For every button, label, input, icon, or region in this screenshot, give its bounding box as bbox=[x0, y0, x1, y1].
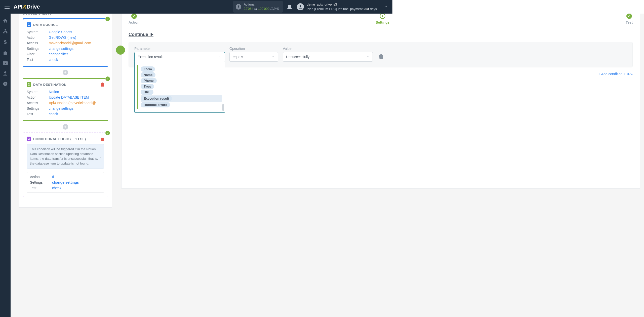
briefcase-icon[interactable] bbox=[3, 51, 8, 56]
row-key: Access bbox=[27, 101, 46, 105]
row-key: Settings bbox=[27, 47, 46, 51]
svg-text:?: ? bbox=[4, 82, 6, 85]
actions-label: Actions: bbox=[244, 3, 279, 7]
row-value[interactable]: check bbox=[49, 112, 104, 116]
row-value[interactable]: maverickandrii@gmail.com bbox=[49, 41, 104, 45]
card-data-source[interactable]: ✓ 1DATA SOURCE SystemGoogle SheetsAction… bbox=[23, 18, 108, 67]
logo-drive: Drive bbox=[26, 4, 40, 10]
svg-rect-2 bbox=[3, 32, 5, 33]
settings-workspace: ✓ Action Settings ✓ Test Continue IF Par… bbox=[121, 14, 392, 189]
label-value: Value bbox=[283, 47, 373, 51]
svg-rect-1 bbox=[5, 29, 6, 30]
step-action[interactable]: ✓ Action bbox=[129, 14, 140, 24]
youtube-icon[interactable] bbox=[3, 61, 8, 65]
check-icon: ✓ bbox=[105, 16, 110, 22]
row-key: System bbox=[27, 90, 46, 94]
dropdown-option[interactable]: URL bbox=[141, 90, 222, 95]
user-icon[interactable] bbox=[3, 71, 8, 76]
user-name: demo_apix_drive_s3 bbox=[307, 2, 377, 7]
bell-icon[interactable] bbox=[287, 4, 292, 9]
svg-point-0 bbox=[300, 5, 301, 7]
side-rail: $ ? bbox=[0, 14, 11, 193]
help-icon[interactable]: ? bbox=[3, 81, 8, 86]
avatar-icon bbox=[297, 3, 304, 10]
value-select[interactable]: Unsuccessfully bbox=[283, 52, 373, 62]
dropdown-option[interactable]: Name bbox=[141, 72, 222, 77]
card-conditional-logic[interactable]: ✓ 3CONDITIONAL LOGIC (IF/ELSE) This cond… bbox=[23, 133, 108, 193]
add-step-button[interactable]: + bbox=[63, 124, 68, 130]
row-value[interactable]: check bbox=[52, 186, 101, 190]
main: GOOGLE SHEETS ✓ 1DATA SOURCE SystemGoogl… bbox=[11, 14, 392, 193]
dropdown-option[interactable]: Execution result bbox=[141, 95, 222, 102]
row-key: Action bbox=[30, 175, 50, 179]
row-key: Test bbox=[27, 58, 46, 62]
trash-icon[interactable] bbox=[101, 83, 104, 87]
dropdown-option[interactable]: Form bbox=[141, 66, 222, 72]
dropdown-option[interactable]: Runtime errors bbox=[141, 102, 222, 107]
row-key: Access bbox=[27, 41, 46, 45]
trash-icon[interactable] bbox=[379, 54, 383, 59]
dollar-icon[interactable]: $ bbox=[4, 39, 7, 45]
row-value[interactable]: If bbox=[52, 175, 101, 179]
chevron-down-icon bbox=[271, 55, 275, 59]
flow-header: GOOGLE SHEETS bbox=[23, 14, 108, 15]
chevron-up-icon bbox=[218, 55, 222, 59]
row-value[interactable]: Notion bbox=[49, 90, 104, 94]
row-value[interactable]: check bbox=[49, 58, 104, 62]
scrollbar[interactable] bbox=[222, 104, 224, 111]
chevron-down-icon bbox=[384, 5, 388, 9]
row-key: Test bbox=[30, 186, 50, 190]
parameter-dropdown: FormNamePhoneTagsURLExecution resultRunt… bbox=[134, 61, 225, 113]
row-value[interactable]: Google Sheets bbox=[49, 30, 104, 34]
step-marker-icon bbox=[116, 46, 125, 55]
parameter-select[interactable]: Execution result FormNamePhoneTagsURLExe… bbox=[134, 52, 225, 62]
row-value[interactable]: Update DATABASE ITEM bbox=[49, 95, 104, 99]
dropdown-option[interactable]: Tags bbox=[141, 84, 222, 89]
logo-api: API bbox=[14, 4, 22, 10]
row-key: Test bbox=[27, 112, 46, 116]
row-key: Action bbox=[27, 35, 46, 39]
logo-x: X bbox=[23, 4, 26, 10]
trash-icon[interactable] bbox=[101, 137, 104, 141]
step-settings[interactable]: Settings bbox=[376, 14, 389, 24]
row-value[interactable]: change settings bbox=[49, 106, 104, 110]
user-menu[interactable]: demo_apix_drive_s3 Plan |Premium PRO| le… bbox=[297, 2, 388, 11]
row-key: Settings bbox=[30, 180, 50, 184]
actions-counter[interactable]: i Actions: 22'064 of 100'000 (22%) bbox=[233, 1, 283, 13]
row-value[interactable]: Get ROWS (new) bbox=[49, 35, 104, 39]
home-icon[interactable] bbox=[3, 18, 8, 23]
card-data-destination[interactable]: ✓ 2DATA DESTINATION SystemNotionActionUp… bbox=[23, 78, 108, 121]
operation-select[interactable]: equals bbox=[229, 52, 278, 62]
row-value[interactable]: change filter bbox=[49, 52, 104, 56]
hamburger-icon[interactable] bbox=[5, 5, 10, 9]
section-heading: Continue IF bbox=[129, 32, 392, 37]
row-key: Settings bbox=[27, 106, 46, 110]
row-key: System bbox=[27, 30, 46, 34]
row-value[interactable]: ApiX Notion (maverickandrii@ bbox=[49, 101, 104, 105]
logo[interactable]: APIXDrive bbox=[14, 4, 40, 10]
svg-point-5 bbox=[4, 71, 6, 73]
topbar: APIXDrive i Actions: 22'064 of 100'000 (… bbox=[0, 0, 392, 14]
row-value[interactable]: change settings bbox=[49, 47, 104, 51]
condition-description: This condition will be triggered if in t… bbox=[27, 144, 104, 169]
dropdown-option[interactable]: Phone bbox=[141, 78, 222, 83]
check-icon: ✓ bbox=[131, 14, 137, 19]
chevron-down-icon bbox=[366, 55, 370, 59]
ring-icon bbox=[380, 14, 385, 19]
condition-box: Parameter Execution result FormNamePhone… bbox=[129, 42, 392, 67]
label-operation: Operation bbox=[229, 47, 278, 51]
row-key: Action bbox=[27, 95, 46, 99]
flow-panel: GOOGLE SHEETS ✓ 1DATA SOURCE SystemGoogl… bbox=[19, 14, 112, 193]
check-icon: ✓ bbox=[105, 76, 110, 82]
step-indicator: ✓ Action Settings ✓ Test bbox=[129, 14, 392, 24]
row-value[interactable]: change settings bbox=[52, 180, 101, 184]
svg-rect-3 bbox=[6, 32, 7, 33]
label-parameter: Parameter bbox=[134, 47, 225, 51]
info-icon: i bbox=[236, 4, 241, 10]
sitemap-icon[interactable] bbox=[3, 29, 8, 34]
row-key: Filter bbox=[27, 52, 46, 56]
check-icon: ✓ bbox=[105, 130, 110, 136]
add-step-button[interactable]: + bbox=[63, 70, 68, 75]
